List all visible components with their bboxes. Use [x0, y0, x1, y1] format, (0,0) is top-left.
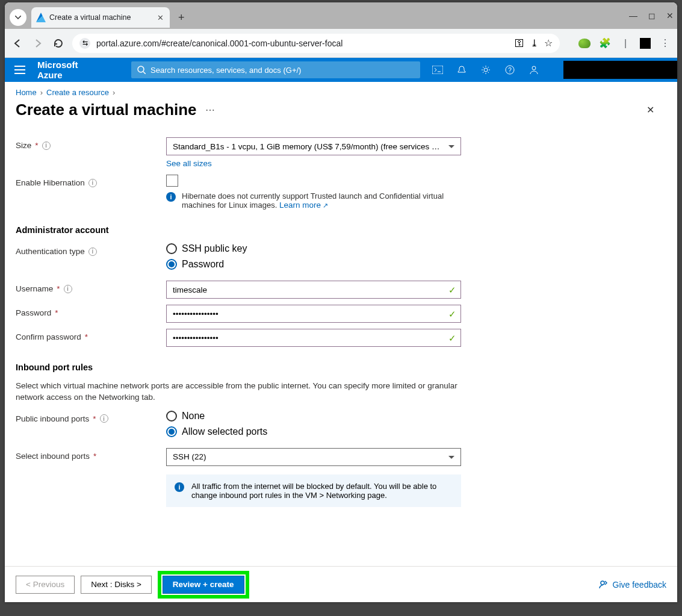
nav-forward-icon[interactable] — [31, 37, 45, 50]
confirm-password-input[interactable] — [166, 329, 461, 347]
nav-back-icon[interactable] — [11, 37, 24, 50]
azure-brand[interactable]: Microsoft Azure — [37, 60, 105, 80]
svg-rect-2 — [432, 66, 443, 74]
azure-search-box[interactable] — [131, 61, 420, 78]
browser-menu-icon[interactable]: ⋮ — [659, 37, 671, 49]
info-circle-icon: i — [166, 192, 176, 202]
settings-gear-icon[interactable] — [480, 64, 491, 75]
size-label: Size — [16, 141, 31, 150]
password-label: Password — [16, 308, 51, 317]
password-key-icon[interactable]: ⚿ — [515, 38, 524, 49]
feedback-person-icon[interactable] — [529, 64, 539, 75]
site-info-icon[interactable]: ⇆ — [79, 38, 90, 49]
valid-check-icon: ✓ — [448, 333, 456, 344]
azure-search-input[interactable] — [150, 66, 414, 75]
window-minimize-icon[interactable]: — — [629, 11, 637, 20]
breadcrumb: Home › Create a resource › — [5, 82, 677, 101]
previous-button[interactable]: < Previous — [16, 576, 75, 594]
valid-check-icon: ✓ — [448, 285, 456, 296]
inbound-section-heading: Inbound port rules — [16, 362, 666, 372]
help-icon[interactable]: ? — [504, 64, 515, 75]
window-maximize-icon[interactable]: ◻ — [648, 11, 656, 20]
auth-type-label: Authentication type — [16, 247, 85, 256]
inbound-help-text: Select which virtual machine network por… — [16, 381, 461, 403]
window-close-icon[interactable]: ✕ — [666, 11, 674, 20]
hibernation-label: Enable Hibernation — [16, 178, 85, 187]
select-ports-label: Select inbound ports — [16, 452, 90, 461]
chevron-right-icon: › — [113, 88, 115, 97]
review-create-button[interactable]: Review + create — [163, 576, 244, 594]
auth-type-password-radio[interactable]: Password — [166, 259, 461, 270]
auth-type-ssh-radio[interactable]: SSH public key — [166, 243, 461, 254]
valid-check-icon: ✓ — [448, 309, 456, 320]
svg-point-0 — [138, 66, 144, 72]
extensions-puzzle-icon[interactable]: 🧩 — [599, 37, 611, 49]
breadcrumb-create-resource[interactable]: Create a resource — [46, 88, 109, 97]
portal-menu-icon[interactable] — [14, 66, 25, 74]
public-ports-allow-radio[interactable]: Allow selected ports — [166, 426, 461, 437]
public-ports-none-radio[interactable]: None — [166, 411, 461, 422]
svg-text:?: ? — [508, 67, 512, 73]
info-icon[interactable]: i — [88, 179, 97, 187]
chevron-right-icon: › — [40, 88, 43, 97]
extension-frog-icon[interactable] — [578, 39, 591, 48]
azure-top-bar: Microsoft Azure ? — [5, 58, 677, 82]
separator: | — [619, 37, 631, 49]
new-tab-button[interactable]: + — [178, 11, 185, 24]
size-dropdown[interactable]: Standard_B1s - 1 vcpu, 1 GiB memory (US$… — [166, 137, 461, 155]
admin-section-heading: Administrator account — [16, 225, 666, 235]
info-icon[interactable]: i — [100, 414, 108, 423]
breadcrumb-home[interactable]: Home — [16, 88, 37, 97]
learn-more-link[interactable]: Learn more — [279, 201, 328, 210]
username-label: Username — [16, 284, 53, 293]
browser-tabstrip: Create a virtual machine ✕ + — ◻ ✕ — [5, 2, 677, 29]
info-circle-icon: i — [175, 482, 184, 492]
svg-point-3 — [484, 68, 488, 72]
info-icon[interactable]: i — [42, 142, 51, 150]
install-app-icon[interactable]: ⤓ — [530, 37, 538, 49]
info-icon[interactable]: i — [64, 285, 72, 293]
give-feedback-link[interactable]: Give feedback — [598, 579, 667, 590]
traffic-info-text: All traffic from the internet will be bl… — [191, 482, 453, 500]
svg-point-7 — [601, 581, 604, 585]
url-box[interactable]: ⇆ portal.azure.com/#create/canonical.000… — [72, 34, 560, 53]
profile-avatar[interactable] — [640, 38, 651, 49]
form-scroll-area[interactable]: Size * i Standard_B1s - 1 vcpu, 1 GiB me… — [5, 130, 677, 566]
wizard-footer: < Previous Next : Disks > Review + creat… — [5, 566, 677, 602]
url-text: portal.azure.com/#create/canonical.0001-… — [96, 39, 509, 48]
nav-reload-icon[interactable] — [52, 37, 65, 50]
more-actions-icon[interactable]: ⋯ — [205, 104, 216, 116]
tab-search-button[interactable] — [10, 9, 26, 26]
bookmark-star-icon[interactable]: ☆ — [544, 37, 553, 49]
password-input[interactable] — [166, 305, 461, 323]
review-create-highlight: Review + create — [158, 571, 249, 599]
close-tab-icon[interactable]: ✕ — [157, 13, 164, 22]
cloud-shell-icon[interactable] — [432, 64, 443, 75]
page-title: Create a virtual machine — [16, 101, 197, 119]
see-all-sizes-link[interactable]: See all sizes — [166, 159, 212, 168]
browser-tab[interactable]: Create a virtual machine ✕ — [31, 7, 170, 28]
next-button[interactable]: Next : Disks > — [81, 576, 152, 594]
select-ports-dropdown[interactable]: SSH (22) — [166, 448, 461, 466]
info-icon[interactable]: i — [88, 247, 97, 256]
username-input[interactable] — [166, 281, 461, 299]
tab-title: Create a virtual machine — [49, 13, 153, 22]
account-area-redacted[interactable] — [563, 61, 677, 79]
hibernation-checkbox[interactable] — [166, 175, 178, 187]
public-ports-label: Public inbound ports — [16, 414, 89, 423]
notifications-bell-icon[interactable] — [456, 64, 467, 75]
azure-favicon — [36, 13, 46, 22]
svg-point-6 — [532, 66, 536, 70]
browser-address-bar: ⇆ portal.azure.com/#create/canonical.000… — [5, 29, 677, 58]
confirm-password-label: Confirm password — [16, 332, 81, 341]
blade-close-icon[interactable]: ✕ — [646, 104, 654, 116]
svg-line-1 — [143, 72, 146, 74]
